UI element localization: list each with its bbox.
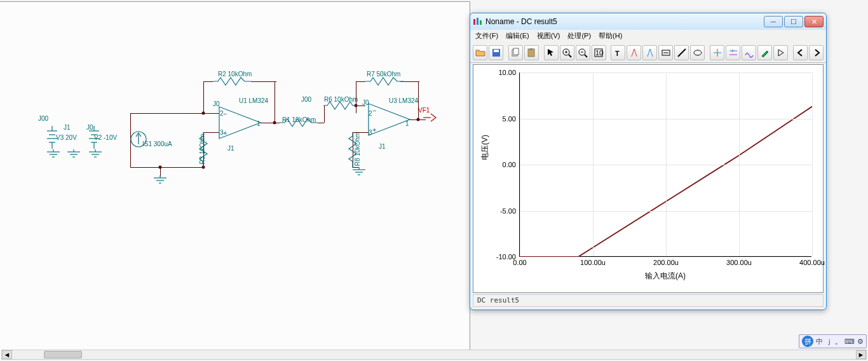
wire xyxy=(418,81,419,119)
resistor-r8 xyxy=(348,132,357,168)
ime-mode[interactable]: 中 xyxy=(816,337,823,346)
ground-icon xyxy=(46,149,61,160)
scroll-thumb[interactable] xyxy=(44,351,82,358)
ime-settings-icon[interactable]: ⚙ xyxy=(857,337,864,346)
x-tick: 100.00u xyxy=(580,256,606,266)
x-tick: 200.00u xyxy=(653,256,679,266)
ground-icon xyxy=(351,167,367,177)
zoom-in-icon[interactable] xyxy=(560,45,574,60)
ime-punct[interactable]: 。 xyxy=(835,337,842,346)
menu-process[interactable]: 处理(P) xyxy=(567,31,591,41)
label-j1b: J1 xyxy=(227,145,234,152)
label-j1a: J1 xyxy=(64,124,71,131)
line-icon[interactable] xyxy=(674,45,689,60)
svg-rect-48 xyxy=(530,48,532,50)
app-icon xyxy=(473,17,483,27)
wire xyxy=(203,81,213,82)
statusbar: DC result5 xyxy=(473,294,824,307)
sep-curves-icon[interactable] xyxy=(726,45,740,60)
y-axis-label: 电压(V) xyxy=(480,135,491,160)
menu-edit[interactable]: 编辑(E) xyxy=(506,31,529,41)
legend-icon[interactable] xyxy=(658,45,673,60)
save-icon[interactable] xyxy=(489,45,503,60)
wire xyxy=(251,81,276,82)
svg-text:−: − xyxy=(223,110,227,118)
copy-icon[interactable] xyxy=(508,45,523,60)
dc-result-window[interactable]: Noname - DC result5 ─ ☐ ✕ 文件(F) 编辑(E) 视图… xyxy=(470,13,827,310)
ime-tray[interactable]: 拼 中 ｊ 。 ⌨ ⚙ xyxy=(799,334,867,348)
resistor-r7 xyxy=(365,77,403,86)
menu-view[interactable]: 视图(V) xyxy=(537,31,560,41)
menu-file[interactable]: 文件(F) xyxy=(475,31,498,41)
pen-icon[interactable] xyxy=(757,45,772,60)
node xyxy=(273,121,276,125)
svg-text:T: T xyxy=(615,50,620,57)
wire xyxy=(130,167,203,168)
svg-rect-40 xyxy=(473,19,475,25)
x-tick: 0.00 xyxy=(513,256,526,266)
merge-curves-icon[interactable] xyxy=(742,45,756,60)
prev-page-icon[interactable] xyxy=(793,45,808,60)
svg-line-54 xyxy=(585,55,587,57)
titlebar[interactable]: Noname - DC result5 ─ ☐ ✕ xyxy=(470,13,826,30)
y-tick: 0.00 xyxy=(479,161,520,168)
open-icon[interactable] xyxy=(473,45,487,60)
y-tick: -5.00 xyxy=(479,207,520,215)
cursor-a-icon[interactable] xyxy=(627,45,641,60)
label-j00a: J00 xyxy=(38,115,48,122)
svg-text:+: + xyxy=(223,129,227,137)
axes-icon[interactable] xyxy=(710,45,724,60)
pointer-icon[interactable] xyxy=(544,45,559,60)
ime-keyboard-icon[interactable]: ⌨ xyxy=(844,337,855,346)
svg-line-50 xyxy=(569,55,571,57)
zoom-out-icon[interactable] xyxy=(576,45,590,60)
schematic-canvas[interactable]: R2 10kOhm R7 50kOhm R6 10kOhm R1 10kOhm … xyxy=(0,1,470,357)
text-icon[interactable]: T xyxy=(611,45,625,60)
svg-rect-44 xyxy=(494,50,499,52)
node xyxy=(417,118,420,121)
node xyxy=(202,112,205,115)
source-v3 xyxy=(46,126,58,151)
minimize-button[interactable]: ─ xyxy=(764,16,783,27)
scroll-left-icon[interactable]: ◄ xyxy=(2,350,12,359)
close-button[interactable]: ✕ xyxy=(804,16,824,27)
ime-half[interactable]: ｊ xyxy=(825,337,832,346)
svg-point-62 xyxy=(694,50,702,55)
wire xyxy=(356,81,365,82)
menubar: 文件(F) 编辑(E) 视图(V) 处理(P) 帮助(H) xyxy=(470,30,826,43)
resistor-r6 xyxy=(323,101,356,110)
y-tick: 10.00 xyxy=(479,69,520,76)
svg-rect-41 xyxy=(477,18,478,25)
paste-icon[interactable] xyxy=(524,45,539,60)
scroll-track[interactable] xyxy=(12,350,856,359)
wire xyxy=(275,81,275,123)
next-icon[interactable] xyxy=(773,45,788,60)
menu-help[interactable]: 帮助(H) xyxy=(599,31,622,41)
label-j00c: J00 xyxy=(301,96,311,103)
resistor-r3 xyxy=(199,132,208,168)
scroll-right-icon[interactable]: ► xyxy=(856,350,866,359)
plot-area[interactable]: 电压(V) 10.005.000.00-5.00-10.000.00100.00… xyxy=(473,64,824,293)
plot-inner[interactable]: 10.005.000.00-5.00-10.000.00100.00u200.0… xyxy=(519,72,811,257)
opamp-u1: − + xyxy=(219,107,264,139)
label-j1c: J1 xyxy=(379,143,386,150)
svg-rect-42 xyxy=(480,20,482,25)
next-page-icon[interactable] xyxy=(809,45,824,60)
svg-line-61 xyxy=(678,49,686,57)
y-tick: 5.00 xyxy=(479,115,520,123)
toolbar: 100 T xyxy=(470,43,826,63)
ime-badge-icon[interactable]: 拼 xyxy=(802,336,813,347)
label-u1: U1 LM324 xyxy=(239,97,268,104)
zoom-fit-icon[interactable]: 100 xyxy=(592,45,606,60)
svg-rect-46 xyxy=(513,48,519,55)
source-is1 xyxy=(131,126,150,152)
maximize-button[interactable]: ☐ xyxy=(784,16,803,27)
svg-text:+: + xyxy=(372,126,376,133)
ground-icon xyxy=(153,175,168,186)
source-v2 xyxy=(88,126,100,151)
x-axis-label: 输入电流(A) xyxy=(519,271,811,282)
h-scrollbar[interactable]: ◄ ► xyxy=(1,350,867,360)
ellipse-icon[interactable] xyxy=(690,45,705,60)
ground-icon xyxy=(88,149,103,160)
cursor-b-icon[interactable] xyxy=(642,45,657,60)
